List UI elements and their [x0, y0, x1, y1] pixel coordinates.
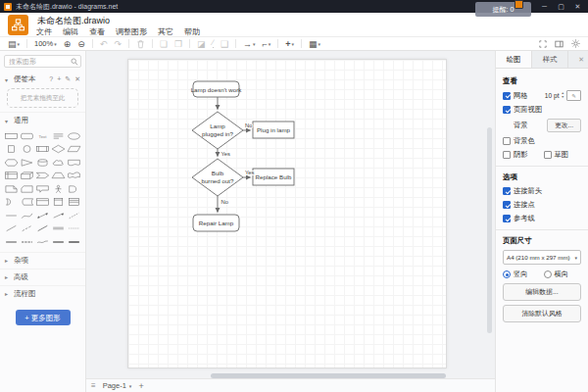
connection-arrows-checkbox[interactable] — [503, 187, 511, 195]
line-color-button[interactable]: ∕ — [213, 39, 214, 48]
tape-shape[interactable] — [67, 170, 82, 183]
tab-style[interactable]: 样式 — [532, 51, 568, 68]
view-tool-button[interactable]: ▤▾ — [8, 39, 20, 49]
shadow-button[interactable]: ❑ — [220, 39, 228, 49]
directional-connector-shape[interactable] — [34, 222, 50, 236]
vertical-container-shape[interactable] — [51, 196, 67, 210]
internal-storage-shape[interactable] — [3, 170, 19, 183]
paper-size-select[interactable]: A4 (210 mm x 297 mm) ▾ — [503, 250, 581, 265]
sketch-checkbox[interactable] — [544, 151, 552, 159]
grid-size-stepper[interactable]: ▲▼ — [562, 92, 564, 99]
curve-shape[interactable] — [19, 209, 34, 222]
actor-shape[interactable] — [51, 182, 67, 196]
background-color-checkbox[interactable] — [503, 137, 511, 145]
to-back-button[interactable]: ❐ — [174, 39, 182, 49]
list-shape[interactable] — [67, 196, 82, 210]
page-tab[interactable]: Page-1 ▾ — [103, 381, 132, 390]
portrait-radio[interactable] — [503, 270, 511, 278]
notification-badge[interactable]: 提醒: 0 — [475, 2, 531, 17]
maximize-button[interactable]: ▢ — [555, 3, 567, 11]
scratchpad-dropzone[interactable]: 把元素拖拽至此 — [7, 88, 78, 108]
textbox-shape[interactable] — [51, 129, 67, 143]
scratchpad-edit-icon[interactable]: ✎ — [65, 75, 71, 83]
triangle-shape[interactable] — [19, 156, 34, 170]
format-panel-toggle-icon[interactable] — [555, 40, 564, 48]
tab-diagram[interactable]: 绘图 — [496, 51, 532, 68]
cylinder-shape[interactable] — [34, 156, 50, 170]
card-shape[interactable] — [19, 182, 34, 196]
scratchpad-close-icon[interactable]: ✕ — [74, 75, 80, 83]
scratchpad-add-icon[interactable]: + — [57, 75, 61, 83]
list-item-shape[interactable] — [3, 209, 19, 222]
text-shape[interactable]: Text — [34, 129, 50, 143]
sidebar-section-misc[interactable]: ▸ 杂项 — [0, 252, 85, 269]
or-shape[interactable] — [67, 182, 82, 196]
delete-button[interactable] — [136, 39, 145, 49]
zoom-dropdown[interactable]: 100%▾ — [34, 39, 57, 49]
square-shape[interactable] — [3, 143, 19, 157]
landscape-radio[interactable] — [544, 270, 552, 278]
redo-button[interactable]: ↷ — [114, 39, 122, 49]
comic-line-shape[interactable] — [51, 235, 67, 249]
fullscreen-icon[interactable] — [539, 40, 547, 48]
shadow-checkbox[interactable] — [503, 151, 511, 159]
cube-shape[interactable] — [19, 170, 34, 183]
process-shape[interactable] — [34, 143, 50, 157]
menu-item-edit[interactable]: 编辑 — [63, 26, 78, 37]
connection-points-checkbox[interactable] — [503, 201, 511, 209]
horizontal-line-shape[interactable] — [19, 235, 34, 249]
add-page-button[interactable]: + — [138, 381, 143, 391]
page-view-checkbox[interactable] — [503, 106, 511, 114]
vertical-line-shape[interactable] — [3, 235, 19, 249]
link-shape[interactable] — [51, 222, 67, 236]
format-panel-close-icon[interactable]: ✕ — [574, 56, 588, 64]
dashed-line-shape[interactable] — [67, 209, 82, 222]
insert-button[interactable]: +▾ — [285, 39, 294, 49]
grid-checkbox[interactable] — [503, 92, 511, 100]
thick-line-shape[interactable] — [67, 235, 82, 249]
menu-item-view[interactable]: 查看 — [89, 26, 105, 37]
parallelogram-shape[interactable] — [67, 143, 82, 157]
container-shape[interactable] — [34, 196, 50, 210]
rectangle-shape[interactable] — [3, 129, 19, 143]
menu-item-arrange[interactable]: 调整图形 — [116, 26, 147, 37]
pages-menu-icon[interactable]: ≡ — [91, 381, 96, 390]
document-shape[interactable] — [67, 156, 82, 170]
grid-size-input[interactable]: 10 pt — [545, 92, 560, 99]
step-shape[interactable] — [34, 170, 50, 183]
more-shapes-button[interactable]: + 更多图形 — [16, 310, 71, 325]
connection-style-button[interactable]: →▾ — [243, 39, 256, 49]
scratchpad-help-icon[interactable]: ? — [49, 75, 53, 83]
line-shape[interactable] — [3, 222, 19, 236]
edit-data-button[interactable]: 编辑数据... — [503, 283, 581, 301]
canvas-area[interactable]: Lamp doesn't work Lamp plugged in? No Pl… — [86, 51, 495, 392]
clear-default-style-button[interactable]: 清除默认风格 — [503, 305, 581, 322]
hexagon-shape[interactable] — [3, 156, 19, 170]
trapezoid-shape[interactable] — [51, 170, 67, 183]
sidebar-section-advanced[interactable]: ▸ 高级 — [0, 269, 85, 285]
bidirectional-connector-shape[interactable] — [19, 222, 34, 236]
menu-item-help[interactable]: 帮助 — [184, 26, 200, 37]
theme-icon[interactable] — [571, 39, 580, 48]
undo-button[interactable]: ↶ — [100, 39, 108, 49]
grid-color-swatch[interactable]: ✎ — [566, 90, 581, 101]
bidirectional-arrow-shape[interactable] — [34, 209, 50, 222]
and-shape[interactable] — [3, 196, 19, 210]
data-storage-shape[interactable] — [19, 196, 34, 210]
diamond-shape[interactable] — [51, 143, 67, 157]
fill-color-button[interactable]: ◪ — [197, 39, 206, 49]
zoom-out-button[interactable]: ⊖ — [77, 39, 85, 49]
callout-shape[interactable] — [34, 182, 50, 196]
sidebar-section-flowchart[interactable]: ▸ 流程图 — [0, 285, 85, 302]
dotted-line-shape[interactable] — [67, 222, 82, 236]
rounded-rectangle-shape[interactable] — [19, 129, 34, 143]
circle-shape[interactable] — [19, 143, 34, 157]
guides-checkbox[interactable] — [503, 215, 511, 222]
ellipse-shape[interactable] — [67, 129, 82, 143]
waypoints-button[interactable]: ⌐▾ — [263, 39, 271, 49]
vertical-scrollbar[interactable] — [487, 127, 492, 333]
note-shape[interactable] — [3, 182, 19, 196]
zoom-in-button[interactable]: ⊕ — [64, 39, 72, 49]
arrow-shape[interactable] — [51, 209, 67, 222]
change-background-button[interactable]: 更改... — [547, 119, 581, 132]
